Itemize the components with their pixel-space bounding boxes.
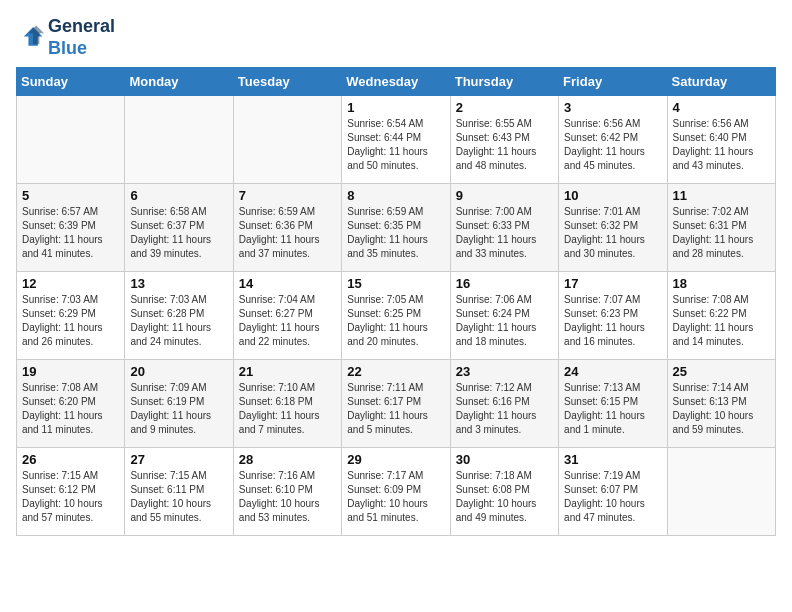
calendar-cell xyxy=(125,96,233,184)
day-number: 15 xyxy=(347,276,444,291)
calendar-cell: 10Sunrise: 7:01 AM Sunset: 6:32 PM Dayli… xyxy=(559,184,667,272)
calendar-cell: 19Sunrise: 7:08 AM Sunset: 6:20 PM Dayli… xyxy=(17,360,125,448)
day-info: Sunrise: 6:59 AM Sunset: 6:36 PM Dayligh… xyxy=(239,205,336,261)
calendar-cell: 16Sunrise: 7:06 AM Sunset: 6:24 PM Dayli… xyxy=(450,272,558,360)
calendar-cell: 4Sunrise: 6:56 AM Sunset: 6:40 PM Daylig… xyxy=(667,96,775,184)
calendar-cell: 15Sunrise: 7:05 AM Sunset: 6:25 PM Dayli… xyxy=(342,272,450,360)
day-info: Sunrise: 7:15 AM Sunset: 6:11 PM Dayligh… xyxy=(130,469,227,525)
calendar-cell xyxy=(233,96,341,184)
calendar-cell: 18Sunrise: 7:08 AM Sunset: 6:22 PM Dayli… xyxy=(667,272,775,360)
day-number: 30 xyxy=(456,452,553,467)
calendar-cell: 22Sunrise: 7:11 AM Sunset: 6:17 PM Dayli… xyxy=(342,360,450,448)
day-number: 26 xyxy=(22,452,119,467)
page-header: General Blue xyxy=(16,16,776,59)
day-number: 21 xyxy=(239,364,336,379)
day-number: 25 xyxy=(673,364,770,379)
calendar-cell: 7Sunrise: 6:59 AM Sunset: 6:36 PM Daylig… xyxy=(233,184,341,272)
week-row-3: 12Sunrise: 7:03 AM Sunset: 6:29 PM Dayli… xyxy=(17,272,776,360)
day-number: 4 xyxy=(673,100,770,115)
calendar-cell: 13Sunrise: 7:03 AM Sunset: 6:28 PM Dayli… xyxy=(125,272,233,360)
day-info: Sunrise: 7:09 AM Sunset: 6:19 PM Dayligh… xyxy=(130,381,227,437)
logo: General Blue xyxy=(16,16,115,59)
day-number: 8 xyxy=(347,188,444,203)
day-info: Sunrise: 7:01 AM Sunset: 6:32 PM Dayligh… xyxy=(564,205,661,261)
day-number: 28 xyxy=(239,452,336,467)
calendar-cell: 9Sunrise: 7:00 AM Sunset: 6:33 PM Daylig… xyxy=(450,184,558,272)
calendar-cell: 31Sunrise: 7:19 AM Sunset: 6:07 PM Dayli… xyxy=(559,448,667,536)
calendar-cell: 12Sunrise: 7:03 AM Sunset: 6:29 PM Dayli… xyxy=(17,272,125,360)
calendar-cell: 29Sunrise: 7:17 AM Sunset: 6:09 PM Dayli… xyxy=(342,448,450,536)
day-info: Sunrise: 6:54 AM Sunset: 6:44 PM Dayligh… xyxy=(347,117,444,173)
day-info: Sunrise: 7:08 AM Sunset: 6:20 PM Dayligh… xyxy=(22,381,119,437)
week-row-2: 5Sunrise: 6:57 AM Sunset: 6:39 PM Daylig… xyxy=(17,184,776,272)
calendar-table: SundayMondayTuesdayWednesdayThursdayFrid… xyxy=(16,67,776,536)
day-number: 31 xyxy=(564,452,661,467)
day-info: Sunrise: 7:12 AM Sunset: 6:16 PM Dayligh… xyxy=(456,381,553,437)
weekday-header-thursday: Thursday xyxy=(450,68,558,96)
calendar-cell: 2Sunrise: 6:55 AM Sunset: 6:43 PM Daylig… xyxy=(450,96,558,184)
logo-text: General Blue xyxy=(48,16,115,59)
day-number: 29 xyxy=(347,452,444,467)
day-info: Sunrise: 7:07 AM Sunset: 6:23 PM Dayligh… xyxy=(564,293,661,349)
day-info: Sunrise: 7:04 AM Sunset: 6:27 PM Dayligh… xyxy=(239,293,336,349)
day-info: Sunrise: 7:06 AM Sunset: 6:24 PM Dayligh… xyxy=(456,293,553,349)
day-info: Sunrise: 7:17 AM Sunset: 6:09 PM Dayligh… xyxy=(347,469,444,525)
day-info: Sunrise: 7:18 AM Sunset: 6:08 PM Dayligh… xyxy=(456,469,553,525)
day-info: Sunrise: 7:05 AM Sunset: 6:25 PM Dayligh… xyxy=(347,293,444,349)
day-number: 18 xyxy=(673,276,770,291)
day-number: 24 xyxy=(564,364,661,379)
weekday-header-row: SundayMondayTuesdayWednesdayThursdayFrid… xyxy=(17,68,776,96)
calendar-cell: 5Sunrise: 6:57 AM Sunset: 6:39 PM Daylig… xyxy=(17,184,125,272)
week-row-1: 1Sunrise: 6:54 AM Sunset: 6:44 PM Daylig… xyxy=(17,96,776,184)
day-number: 6 xyxy=(130,188,227,203)
weekday-header-monday: Monday xyxy=(125,68,233,96)
calendar-cell: 28Sunrise: 7:16 AM Sunset: 6:10 PM Dayli… xyxy=(233,448,341,536)
calendar-cell: 20Sunrise: 7:09 AM Sunset: 6:19 PM Dayli… xyxy=(125,360,233,448)
calendar-cell: 23Sunrise: 7:12 AM Sunset: 6:16 PM Dayli… xyxy=(450,360,558,448)
day-number: 14 xyxy=(239,276,336,291)
day-info: Sunrise: 7:11 AM Sunset: 6:17 PM Dayligh… xyxy=(347,381,444,437)
weekday-header-sunday: Sunday xyxy=(17,68,125,96)
day-number: 5 xyxy=(22,188,119,203)
day-info: Sunrise: 7:02 AM Sunset: 6:31 PM Dayligh… xyxy=(673,205,770,261)
day-number: 2 xyxy=(456,100,553,115)
day-number: 17 xyxy=(564,276,661,291)
day-info: Sunrise: 7:03 AM Sunset: 6:28 PM Dayligh… xyxy=(130,293,227,349)
calendar-cell: 14Sunrise: 7:04 AM Sunset: 6:27 PM Dayli… xyxy=(233,272,341,360)
day-number: 27 xyxy=(130,452,227,467)
day-number: 23 xyxy=(456,364,553,379)
weekday-header-saturday: Saturday xyxy=(667,68,775,96)
day-info: Sunrise: 7:19 AM Sunset: 6:07 PM Dayligh… xyxy=(564,469,661,525)
day-info: Sunrise: 6:56 AM Sunset: 6:42 PM Dayligh… xyxy=(564,117,661,173)
day-info: Sunrise: 7:16 AM Sunset: 6:10 PM Dayligh… xyxy=(239,469,336,525)
day-info: Sunrise: 7:03 AM Sunset: 6:29 PM Dayligh… xyxy=(22,293,119,349)
weekday-header-wednesday: Wednesday xyxy=(342,68,450,96)
day-info: Sunrise: 6:55 AM Sunset: 6:43 PM Dayligh… xyxy=(456,117,553,173)
day-number: 1 xyxy=(347,100,444,115)
day-number: 9 xyxy=(456,188,553,203)
day-number: 10 xyxy=(564,188,661,203)
day-info: Sunrise: 7:15 AM Sunset: 6:12 PM Dayligh… xyxy=(22,469,119,525)
logo-icon xyxy=(16,24,44,52)
day-number: 7 xyxy=(239,188,336,203)
calendar-cell: 1Sunrise: 6:54 AM Sunset: 6:44 PM Daylig… xyxy=(342,96,450,184)
week-row-4: 19Sunrise: 7:08 AM Sunset: 6:20 PM Dayli… xyxy=(17,360,776,448)
day-number: 16 xyxy=(456,276,553,291)
calendar-cell: 3Sunrise: 6:56 AM Sunset: 6:42 PM Daylig… xyxy=(559,96,667,184)
day-number: 3 xyxy=(564,100,661,115)
day-number: 20 xyxy=(130,364,227,379)
calendar-cell: 21Sunrise: 7:10 AM Sunset: 6:18 PM Dayli… xyxy=(233,360,341,448)
day-info: Sunrise: 7:13 AM Sunset: 6:15 PM Dayligh… xyxy=(564,381,661,437)
week-row-5: 26Sunrise: 7:15 AM Sunset: 6:12 PM Dayli… xyxy=(17,448,776,536)
weekday-header-friday: Friday xyxy=(559,68,667,96)
day-info: Sunrise: 6:59 AM Sunset: 6:35 PM Dayligh… xyxy=(347,205,444,261)
day-info: Sunrise: 6:57 AM Sunset: 6:39 PM Dayligh… xyxy=(22,205,119,261)
calendar-cell: 24Sunrise: 7:13 AM Sunset: 6:15 PM Dayli… xyxy=(559,360,667,448)
weekday-header-tuesday: Tuesday xyxy=(233,68,341,96)
calendar-cell: 6Sunrise: 6:58 AM Sunset: 6:37 PM Daylig… xyxy=(125,184,233,272)
day-number: 19 xyxy=(22,364,119,379)
day-number: 13 xyxy=(130,276,227,291)
day-info: Sunrise: 6:58 AM Sunset: 6:37 PM Dayligh… xyxy=(130,205,227,261)
calendar-cell: 25Sunrise: 7:14 AM Sunset: 6:13 PM Dayli… xyxy=(667,360,775,448)
calendar-cell: 8Sunrise: 6:59 AM Sunset: 6:35 PM Daylig… xyxy=(342,184,450,272)
